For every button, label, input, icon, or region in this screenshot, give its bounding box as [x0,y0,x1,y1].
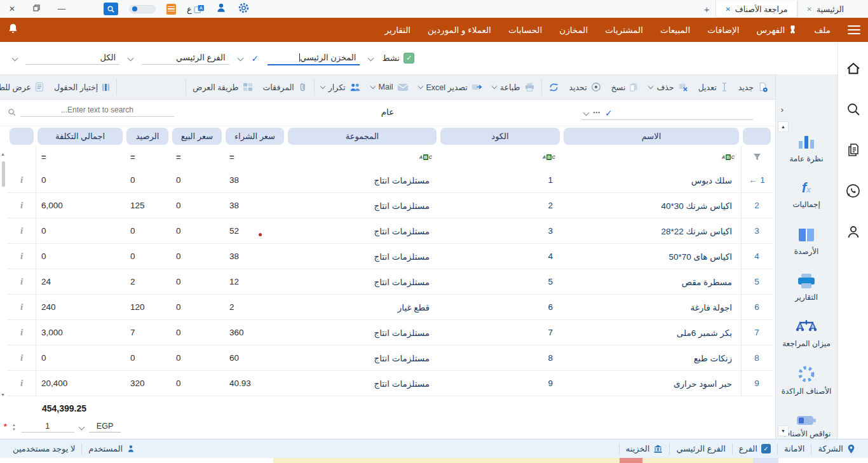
cell-rownum[interactable]: ← 3 [741,226,773,236]
header-info[interactable] [10,128,34,145]
search-icon[interactable] [846,102,861,119]
table-row[interactable]: i 240 120 0 2 قطع غيار 6 اجولة فارغة ← 6 [8,295,773,320]
row-info-icon[interactable]: i [8,175,36,185]
cell-buy-price[interactable]: 12 [224,277,286,286]
cell-name[interactable]: اكياس شرنك 22*28 [562,226,741,236]
new-button[interactable]: جديد [733,75,773,99]
cell-group[interactable]: مستلزمات انتاج [286,226,438,236]
attachments-button[interactable]: المرفقات [258,75,313,99]
global-search-icon[interactable] [104,3,118,15]
cell-name[interactable]: مسطرة مقص [562,277,741,287]
row-info-icon[interactable]: i [8,200,36,211]
active-checkbox[interactable]: ✓ نشط [382,53,414,64]
ellipsis-icon[interactable]: ⋯ [593,109,600,117]
chevron-down-icon[interactable] [417,84,423,89]
chevron-down-icon[interactable] [12,55,18,62]
menu-file[interactable]: ملف [814,25,831,35]
cell-balance[interactable]: 0 [125,353,170,363]
cell-buy-price[interactable]: 52 [224,226,286,236]
filter-equals-sell[interactable]: = [170,152,224,162]
cell-total-cost[interactable]: 20,400 [36,379,125,388]
cell-balance[interactable]: 2 [125,277,170,286]
status-user[interactable]: المستخدم [82,444,142,453]
cell-rownum[interactable]: ← 4 [741,252,773,261]
scroll-up-icon[interactable]: ▲ [1,152,5,156]
mail-button[interactable]: Mail [366,75,414,99]
header-name[interactable]: الاسم [564,128,739,145]
menu-reports[interactable]: التقارير [384,25,410,35]
cell-rownum[interactable]: ← 1 [741,175,773,185]
cell-balance[interactable]: 125 [125,201,170,210]
header-balance[interactable]: الرصيد [126,128,168,145]
header-sell-price[interactable]: سعر البيع [172,128,222,145]
chevron-down-icon[interactable] [320,84,325,89]
row-info-icon[interactable]: i [8,225,36,236]
chevron-down-icon[interactable] [368,55,374,62]
cell-group[interactable]: قطع غيار [286,302,438,312]
table-row[interactable]: i 0 0 0 60 مستلزمات انتاج 8 زنكات طبع ← … [8,346,773,371]
sidebar-scroll-down-icon[interactable]: ▼ [778,426,789,436]
cell-balance[interactable]: 0 [125,175,170,185]
filter-abc-name[interactable]: ABC [562,154,741,160]
language-switcher[interactable]: ع A [187,4,205,14]
cell-buy-price[interactable]: 360 [224,328,286,337]
cell-total-cost[interactable]: 0 [36,353,125,363]
search-input[interactable] [20,105,174,117]
notifications-bell-icon[interactable] [8,23,18,37]
close-window-icon[interactable]: ✕ [9,4,15,13]
cell-group[interactable]: مستلزمات انتاج [286,353,438,363]
tab-general[interactable]: عام [381,107,395,117]
header-buy-price[interactable]: سعر الشراء [226,128,284,145]
cell-name[interactable]: اجولة فارغة [562,302,741,312]
cell-rownum[interactable]: ← 2 [741,201,773,210]
status-main-branch[interactable]: الفرع الرئيسي [670,444,731,453]
chevron-down-icon[interactable] [648,84,653,89]
cell-group[interactable]: مستلزمات انتاج [286,328,438,338]
filter-equals-total[interactable]: = [36,152,125,162]
cell-rownum[interactable]: ← 9 [741,379,773,388]
filter-funnel-icon[interactable] [741,153,773,161]
cell-sell-price[interactable]: 0 [170,175,224,185]
status-branch[interactable]: ✓ الفرع [733,444,777,453]
tab-items-review[interactable]: ✕ مراجعة الأصناف [715,1,797,18]
scroll-down-icon[interactable]: ▼ [1,393,5,397]
user-profile-icon[interactable] [215,2,227,16]
sidebar-item-overview[interactable]: نظرة عامة [776,125,837,171]
cell-code[interactable]: 1 [438,175,562,185]
sidebar-item-stagnant-items[interactable]: الأصناف الراكدة [776,357,837,403]
person-icon[interactable] [846,224,861,242]
table-row[interactable]: i 6,000 125 0 38 مستلزمات انتاج 2 اكياس … [8,193,773,218]
cell-rownum[interactable]: ← 6 [741,302,773,312]
row-info-icon[interactable]: i [8,352,36,363]
sidebar-item-balances[interactable]: الأرصدة [776,218,837,264]
menu-warehouses[interactable]: المخازن [559,25,588,35]
whatsapp-icon[interactable] [845,183,861,201]
cell-code[interactable]: 6 [438,302,562,312]
hamburger-menu-icon[interactable] [848,25,860,35]
scrollbar-thumb[interactable] [2,161,5,187]
cell-group[interactable]: مستلزمات انتاج [286,201,438,211]
cell-sell-price[interactable]: 0 [170,277,224,286]
copy-button[interactable]: نسخ [606,75,644,99]
cell-group[interactable]: مستلزمات انتاج [286,379,438,389]
header-code[interactable]: الكود [440,128,560,145]
row-info-icon[interactable]: i [8,302,36,312]
refresh-button[interactable] [543,75,564,99]
row-info-icon[interactable]: i [8,251,36,262]
cell-name[interactable]: سلك دبوس [562,175,741,185]
cell-sell-price[interactable]: 0 [170,353,224,363]
cell-sell-price[interactable]: 0 [170,379,224,388]
cell-rownum[interactable]: ← 8 [741,353,773,363]
header-total-cost[interactable]: اجمالي التكلفة [37,128,123,145]
cell-buy-price[interactable]: 38 [224,252,286,261]
export-excel-button[interactable]: تصدير Excel [414,75,487,99]
cell-code[interactable]: 7 [438,328,562,337]
cell-balance[interactable]: 120 [125,302,170,312]
chevron-down-icon[interactable] [78,424,85,430]
menu-addons[interactable]: الإضافات [707,25,739,35]
maximize-window-icon[interactable] [33,4,40,13]
status-safe[interactable]: الامانة [778,444,811,453]
cell-total-cost[interactable]: 0 [36,252,125,261]
chevron-down-icon[interactable] [128,55,134,62]
cell-name[interactable]: اكياس هاى 70*50 [562,252,741,262]
